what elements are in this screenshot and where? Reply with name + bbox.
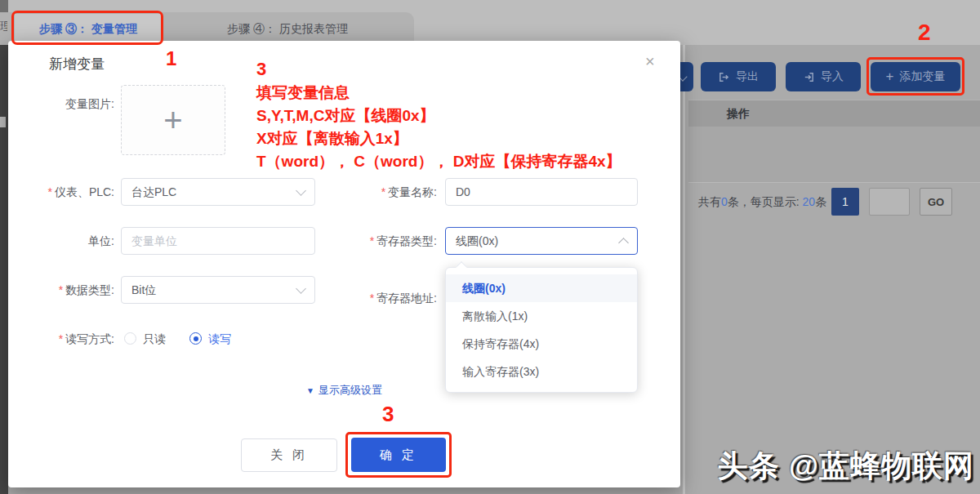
plc-select[interactable]: 台达PLC [121, 178, 315, 206]
data-type-label: *数据类型: [8, 276, 114, 304]
export-button[interactable]: 导出 [701, 62, 776, 91]
pagination-summary: 共有0条，每页显示: 20条 [698, 188, 826, 216]
required-marker: * [47, 185, 51, 198]
sidebar-sliver [0, 45, 8, 494]
pagination-prefix: 共有 [698, 195, 721, 208]
tab-fragment: 理 [0, 20, 7, 34]
radio-readwrite-label[interactable]: 读写 [208, 325, 231, 353]
annotation-number-3-bottom: 3 [382, 402, 394, 427]
annotation-number-1: 1 [166, 47, 176, 70]
tabs-card: 理 步骤 ③： 变量管理 步骤 ④： 历史报表管理 [0, 12, 414, 45]
sidebar-sliver-text-fragment [0, 117, 6, 127]
chevron-up-icon [618, 238, 629, 248]
annotation-tips: 填写变量信息 S,Y,T,M,C对应【线圈0x】 X对应【离散输入1x】 T（w… [256, 82, 621, 173]
plus-icon: + [886, 69, 894, 85]
content-edge-line [683, 45, 685, 494]
required-marker: * [370, 234, 374, 247]
tip-line-4: T（word）， C（word）， D对应【保持寄存器4x】 [256, 150, 621, 173]
page-number-button[interactable]: 1 [831, 188, 859, 216]
required-marker: * [370, 292, 374, 305]
required-marker: * [59, 332, 63, 345]
variable-name-label: *变量名称: [298, 178, 437, 206]
close-button[interactable]: 关 闭 [241, 438, 337, 472]
add-variable-button[interactable]: + 添加变量 [871, 62, 960, 91]
close-icon[interactable]: × [645, 52, 655, 71]
image-field-label: 变量图片: [8, 90, 114, 118]
image-upload-box[interactable]: + [121, 85, 225, 155]
unit-input[interactable] [121, 227, 315, 255]
tip-line-2: S,Y,T,M,C对应【线圈0x】 [256, 105, 621, 127]
watermark: 头条 @蓝蜂物联网 [718, 446, 974, 487]
top-tab-bar: 理 步骤 ③： 变量管理 步骤 ④： 历史报表管理 [0, 0, 980, 45]
export-label: 导出 [736, 69, 759, 84]
register-type-label: *寄存器类型: [298, 227, 437, 255]
pagination-middle: 条，每页显示: [728, 195, 803, 208]
required-marker: * [381, 185, 385, 198]
register-type-select[interactable]: 线圈(0x) [445, 227, 638, 255]
dropdown-option-input-register[interactable]: 输入寄存器(3x) [446, 358, 637, 385]
tab-step4-label: 步骤 ④： 历史报表管理 [227, 22, 348, 35]
page-jump-input[interactable] [869, 188, 910, 216]
operation-column-header: 操作 [727, 100, 750, 127]
register-type-value: 线圈(0x) [456, 234, 498, 247]
import-button[interactable]: 导入 [786, 62, 861, 91]
tab-step3-label: 步骤 ③： 变量管理 [39, 22, 137, 35]
screen: 理 步骤 ③： 变量管理 步骤 ④： 历史报表管理 导出 导入 + 添加变量 [0, 0, 980, 494]
unit-field-label: 单位: [8, 227, 114, 255]
dropdown-option-holding-register[interactable]: 保持寄存器(4x) [446, 330, 637, 358]
tab-step3-variable-management[interactable]: 步骤 ③： 变量管理 [15, 14, 162, 43]
import-label: 导入 [821, 69, 844, 84]
table-header-row: 操作 [688, 100, 980, 127]
export-icon [718, 71, 730, 83]
plc-field-label: *仪表、PLC: [8, 178, 114, 206]
register-type-dropdown: 线圈(0x) 离散输入(1x) 保持寄存器(4x) 输入寄存器(3x) [445, 267, 638, 393]
add-variable-label: 添加变量 [899, 69, 945, 84]
plc-select-value: 台达PLC [131, 185, 176, 198]
table-body-empty [688, 127, 980, 183]
data-type-value: Bit位 [131, 283, 156, 296]
pagination-bar: 共有0条，每页显示: 20条 1 GO [688, 183, 980, 220]
sidebar-sliver-top [0, 0, 8, 12]
annotation-number-3-top: 3 [256, 59, 266, 80]
register-address-label: *寄存器地址: [298, 284, 437, 312]
go-button[interactable]: GO [920, 188, 952, 216]
radio-readwrite[interactable] [189, 332, 202, 345]
confirm-button[interactable]: 确 定 [351, 438, 446, 472]
import-icon [803, 71, 815, 83]
triangle-down-icon: ▼ [306, 386, 314, 395]
data-type-select[interactable]: Bit位 [121, 276, 315, 304]
radio-readonly[interactable] [124, 332, 136, 345]
read-write-mode-label: *读写方式: [8, 325, 114, 353]
tip-line-1: 填写变量信息 [256, 82, 621, 105]
variable-name-input[interactable] [445, 178, 638, 206]
dropdown-option-coil[interactable]: 线圈(0x) [446, 274, 637, 302]
pagination-page-size: 20 [803, 195, 816, 208]
dropdown-option-discrete-input[interactable]: 离散输入(1x) [446, 302, 637, 330]
pagination-count: 0 [721, 195, 728, 208]
required-marker: * [59, 283, 63, 296]
tab-step4-history-reports[interactable]: 步骤 ④： 历史报表管理 [173, 14, 402, 43]
pagination-suffix: 条 [815, 195, 826, 208]
annotation-number-2: 2 [918, 20, 931, 46]
upload-plus-icon: + [122, 86, 225, 154]
tip-line-3: X对应【离散输入1x】 [256, 127, 621, 150]
modal-title: 新增变量 [49, 55, 105, 73]
radio-readonly-label[interactable]: 只读 [143, 325, 166, 353]
